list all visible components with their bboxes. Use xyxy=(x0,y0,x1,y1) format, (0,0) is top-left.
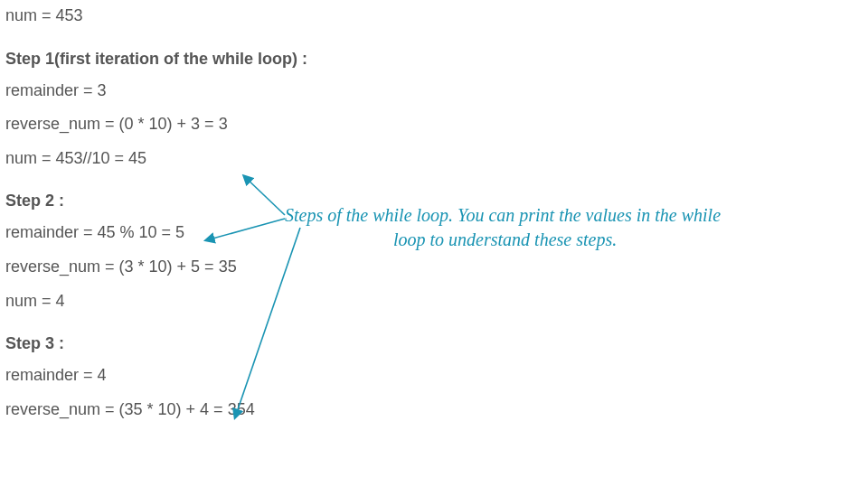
step3-reverse: reverse_num = (35 * 10) + 4 = 354 xyxy=(5,400,868,420)
arrow-to-step3 xyxy=(235,228,300,417)
page: num = 453 Step 1(first iteration of the … xyxy=(0,0,868,496)
step1-remainder: remainder = 3 xyxy=(5,81,868,101)
step1-reverse: reverse_num = (0 * 10) + 3 = 3 xyxy=(5,115,868,135)
annotation: Steps of the while loop. You can print t… xyxy=(285,203,854,252)
step3-heading: Step 3 : xyxy=(5,334,868,353)
annotation-line1: Steps of the while loop. You can print t… xyxy=(285,205,721,225)
annotation-line2: loop to understand these steps. xyxy=(285,228,854,252)
step1-num: num = 453//10 = 45 xyxy=(5,149,868,169)
step1-heading: Step 1(first iteration of the while loop… xyxy=(5,50,868,69)
step3-remainder: remainder = 4 xyxy=(5,366,868,386)
step2-num: num = 4 xyxy=(5,292,868,312)
step2-reverse: reverse_num = (3 * 10) + 5 = 35 xyxy=(5,257,868,277)
intro-num: num = 453 xyxy=(5,6,868,26)
